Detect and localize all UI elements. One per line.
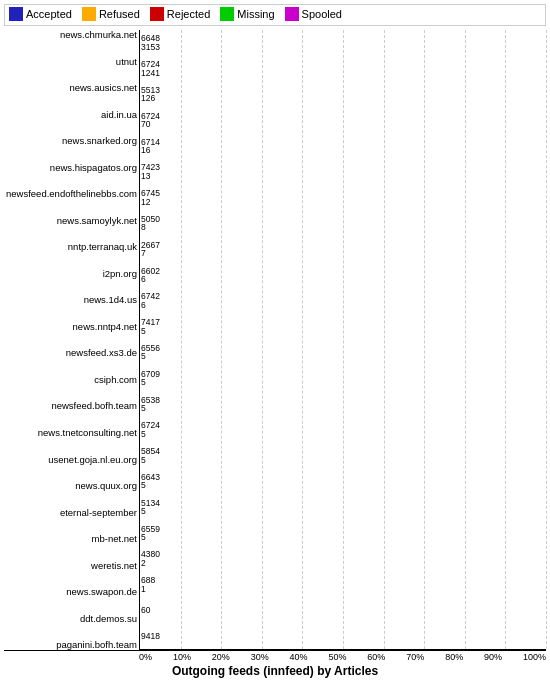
- bar-sec-value: 16: [141, 146, 160, 155]
- bar-value-label: 43802: [141, 550, 160, 567]
- legend-item-rejected: Rejected: [150, 7, 210, 21]
- y-label: aid.in.ua: [4, 110, 137, 120]
- bar-sec-value: 2: [141, 559, 160, 568]
- y-label: news.hispagatos.org: [4, 163, 137, 173]
- bar-sec-value: 3153: [141, 43, 160, 52]
- bar-segment-container: 65595: [140, 526, 160, 540]
- bar-row: 6881: [140, 572, 546, 598]
- legend-label-rejected: Rejected: [167, 8, 210, 20]
- bar-sec-value: 7: [141, 249, 160, 258]
- bar-segment-container: 66435: [140, 474, 160, 488]
- bar-sec-value: 5: [141, 430, 160, 439]
- bar-sec-value: 1: [141, 585, 155, 594]
- bar-segment-container: 50508: [140, 216, 160, 230]
- bar-sec-value: 6: [141, 301, 160, 310]
- bar-segment-container: 60: [140, 603, 150, 617]
- bar-row: 672470: [140, 107, 546, 133]
- bar-row: 742313: [140, 159, 546, 185]
- chart-title: Outgoing feeds (innfeed) by Articles: [4, 662, 546, 680]
- bar-value-label: 67241241: [141, 60, 160, 77]
- bar-sec-value: 5: [141, 533, 160, 542]
- bar-main-value: 9418: [141, 632, 160, 641]
- y-label: mb-net.net: [4, 534, 137, 544]
- bar-row: 74175: [140, 314, 546, 340]
- bar-sec-value: 5: [141, 456, 160, 465]
- legend-color-missing: [220, 7, 234, 21]
- bar-value-label: 671416: [141, 138, 160, 155]
- x-axis-label: 10%: [173, 652, 191, 662]
- bar-value-label: 67426: [141, 292, 160, 309]
- y-label: csiph.com: [4, 375, 137, 385]
- bar-row: 67245: [140, 417, 546, 443]
- bar-segment-container: 67426: [140, 294, 160, 308]
- chart-area: news.chmurka.netutnutnews.ausics.netaid.…: [4, 30, 546, 650]
- bar-sec-value: 13: [141, 172, 160, 181]
- bar-segment-container: 67095: [140, 371, 160, 385]
- bar-value-label: 672470: [141, 112, 160, 129]
- bar-value-label: 6881: [141, 576, 155, 593]
- bar-row: 674512: [140, 185, 546, 211]
- bar-segment-container: 43802: [140, 552, 160, 566]
- bar-row: 5513126: [140, 82, 546, 108]
- bar-sec-value: 5: [141, 327, 160, 336]
- x-axis-label: 50%: [328, 652, 346, 662]
- bar-value-label: 5513126: [141, 86, 160, 103]
- legend-color-accepted: [9, 7, 23, 21]
- bar-sec-value: 8: [141, 223, 160, 232]
- legend-item-spooled: Spooled: [285, 7, 342, 21]
- x-axis-label: 80%: [445, 652, 463, 662]
- y-label: paganini.bofh.team: [4, 640, 137, 650]
- y-label: utnut: [4, 57, 137, 67]
- legend-color-spooled: [285, 7, 299, 21]
- bar-row: 671416: [140, 133, 546, 159]
- y-label: weretis.net: [4, 561, 137, 571]
- bar-value-label: 51345: [141, 499, 160, 516]
- bar-sec-value: 126: [141, 94, 160, 103]
- y-label: ddt.demos.su: [4, 614, 137, 624]
- y-label: news.nntp4.net: [4, 322, 137, 332]
- x-axis-label: 0%: [139, 652, 152, 662]
- bar-row: 26677: [140, 236, 546, 262]
- bar-segment-container: 65565: [140, 345, 160, 359]
- bar-segment-container: 674512: [140, 191, 160, 205]
- legend-label-accepted: Accepted: [26, 8, 72, 20]
- legend-label-missing: Missing: [237, 8, 274, 20]
- bar-sec-value: 70: [141, 120, 160, 129]
- y-label: i2pn.org: [4, 269, 137, 279]
- bar-value-label: 674512: [141, 189, 160, 206]
- y-label: news.swapon.de: [4, 587, 137, 597]
- y-label: usenet.goja.nl.eu.org: [4, 455, 137, 465]
- bar-value-label: 67095: [141, 370, 160, 387]
- bar-segment-container: 66026: [140, 268, 160, 282]
- x-axis-labels: 0%10%20%30%40%50%60%70%80%90%100%: [139, 651, 546, 662]
- bar-segment-container: 671416: [140, 139, 160, 153]
- bar-segment-container: 742313: [140, 165, 160, 179]
- bars-area: 6648315367241241551312667247067141674231…: [139, 30, 546, 650]
- bar-sec-value: 5: [141, 481, 160, 490]
- legend-label-spooled: Spooled: [302, 8, 342, 20]
- bar-segment-container: 65385: [140, 397, 160, 411]
- legend-item-accepted: Accepted: [9, 7, 72, 21]
- bar-value-label: 66435: [141, 473, 160, 490]
- legend-color-rejected: [150, 7, 164, 21]
- bar-sec-value: 5: [141, 352, 160, 361]
- bar-segment-container: 66483153: [140, 36, 160, 50]
- bar-sec-value: 1241: [141, 69, 160, 78]
- x-axis-label: 20%: [212, 652, 230, 662]
- bar-row: 67241241: [140, 56, 546, 82]
- bar-row: 66435: [140, 469, 546, 495]
- bar-value-label: 9418: [141, 632, 160, 641]
- bar-row: 51345: [140, 494, 546, 520]
- x-axis: 0%10%20%30%40%50%60%70%80%90%100%: [4, 650, 546, 662]
- bar-value-label: 66483153: [141, 34, 160, 51]
- bar-segment-container: 51345: [140, 500, 160, 514]
- bar-value-label: 67245: [141, 421, 160, 438]
- bar-value-label: 50508: [141, 215, 160, 232]
- y-label: news.1d4.us: [4, 295, 137, 305]
- y-label: news.ausics.net: [4, 83, 137, 93]
- bar-row: 66483153: [140, 30, 546, 56]
- chart-container: AcceptedRefusedRejectedMissingSpooled ne…: [0, 0, 550, 680]
- bar-row: 66026: [140, 262, 546, 288]
- legend: AcceptedRefusedRejectedMissingSpooled: [4, 4, 546, 26]
- bar-value-label: 26677: [141, 241, 160, 258]
